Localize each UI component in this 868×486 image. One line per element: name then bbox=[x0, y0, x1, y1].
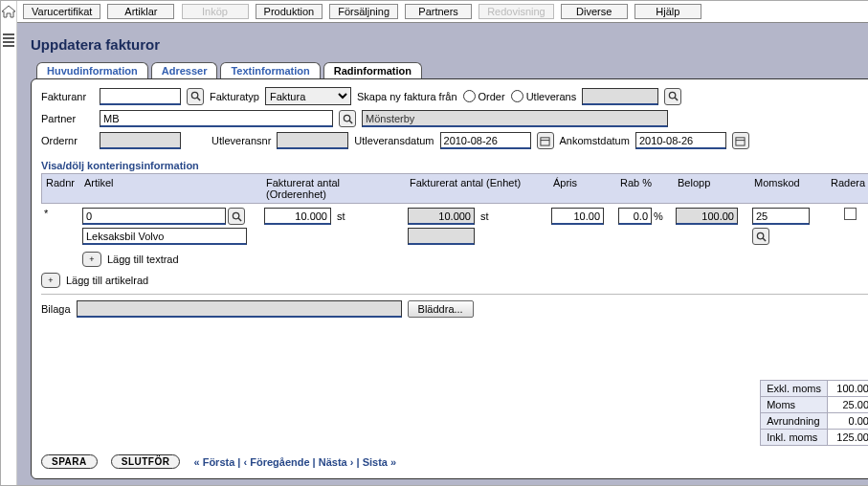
moms-label: Moms bbox=[761, 397, 828, 413]
tab-radinformation[interactable]: Radinformation bbox=[323, 62, 422, 78]
unit-enhet: st bbox=[480, 210, 489, 222]
ankomstdatum-input[interactable] bbox=[635, 132, 726, 149]
svg-line-3 bbox=[675, 98, 678, 100]
artikel-name-input[interactable] bbox=[82, 228, 247, 245]
row-radnr: * bbox=[41, 208, 79, 219]
utleveransdatum-label: Utleveransdatum bbox=[354, 135, 434, 146]
artikel-lookup-icon[interactable] bbox=[228, 208, 245, 225]
col-artikel: Artikel bbox=[80, 174, 262, 203]
fakt-order-input[interactable] bbox=[264, 208, 331, 225]
fakt-enhet-input bbox=[408, 208, 475, 225]
fakturanr-lookup-icon[interactable] bbox=[187, 88, 204, 105]
svg-point-2 bbox=[669, 92, 675, 98]
menu-forsaljning[interactable]: Försäljning bbox=[329, 4, 398, 19]
ankomstdatum-calendar-icon[interactable] bbox=[732, 132, 749, 149]
svg-point-0 bbox=[191, 92, 197, 98]
menu-toggle-icon[interactable] bbox=[3, 32, 14, 49]
radera-checkbox[interactable] bbox=[844, 208, 857, 220]
partner-name bbox=[362, 110, 668, 127]
partner-lookup-icon[interactable] bbox=[339, 110, 356, 127]
svg-line-13 bbox=[763, 238, 766, 241]
nav-first[interactable]: « Första bbox=[193, 456, 234, 468]
bilaga-label: Bilaga bbox=[41, 303, 71, 315]
ankomstdatum-label: Ankomstdatum bbox=[560, 135, 630, 146]
tab-adresser[interactable]: Adresser bbox=[151, 62, 218, 78]
add-artikelrad-icon[interactable]: + bbox=[41, 273, 60, 288]
nav-prev[interactable]: ‹ Föregående bbox=[243, 456, 309, 468]
radio-order-label: Order bbox=[479, 91, 505, 102]
browse-button[interactable]: Bläddra... bbox=[408, 300, 474, 318]
momskod-input[interactable] bbox=[752, 208, 810, 225]
finish-button[interactable]: SLUTFÖR bbox=[111, 454, 181, 469]
radio-utlev-label: Utleverans bbox=[526, 91, 577, 102]
menu-hjalp[interactable]: Hjälp bbox=[634, 4, 701, 19]
utleveransnr-input[interactable] bbox=[277, 132, 348, 149]
col-radera: Radera bbox=[827, 174, 868, 203]
utlev-ref-lookup-icon[interactable] bbox=[664, 88, 681, 105]
utlev-ref-input[interactable] bbox=[582, 88, 658, 105]
totals-table: Exkl. moms100.00 Moms25.00 Avrundning0.0… bbox=[760, 380, 868, 446]
rab-unit: % bbox=[654, 210, 663, 222]
fakturatyp-select[interactable]: Faktura bbox=[265, 87, 351, 105]
col-belopp: Belopp bbox=[674, 174, 750, 203]
svg-point-4 bbox=[344, 115, 349, 121]
add-textrad-label[interactable]: Lägg till textrad bbox=[107, 254, 179, 265]
tab-textinformation[interactable]: Textinformation bbox=[220, 62, 320, 78]
exkl-value: 100.00 bbox=[828, 381, 869, 397]
utleveransdatum-input[interactable] bbox=[440, 132, 531, 149]
fakturatyp-label: Fakturatyp bbox=[210, 91, 259, 102]
apris-input[interactable] bbox=[551, 208, 604, 225]
radio-utleverans[interactable]: Utleverans bbox=[511, 90, 577, 102]
momskod-lookup-icon[interactable] bbox=[752, 228, 769, 245]
add-artikelrad-label[interactable]: Lägg till artikelrad bbox=[66, 275, 148, 286]
menu-diverse[interactable]: Diverse bbox=[561, 4, 628, 19]
inkl-value: 125.00 bbox=[828, 430, 869, 446]
svg-line-1 bbox=[197, 98, 200, 100]
svg-rect-8 bbox=[736, 137, 745, 144]
svg-line-11 bbox=[238, 218, 241, 221]
add-textrad-icon[interactable]: + bbox=[82, 252, 101, 267]
save-button[interactable]: SPARA bbox=[41, 454, 98, 469]
rab-input[interactable] bbox=[618, 208, 652, 225]
col-rab: Rab % bbox=[616, 174, 674, 203]
avr-label: Avrundning bbox=[761, 413, 828, 430]
svg-rect-6 bbox=[541, 137, 549, 144]
artikel-code-input[interactable] bbox=[82, 208, 226, 225]
col-apris: Ápris bbox=[549, 174, 616, 203]
col-fakt-enhet: Fakturerat antal (Enhet) bbox=[406, 174, 549, 203]
nav-last[interactable]: Sista » bbox=[363, 456, 396, 468]
belopp-input bbox=[676, 208, 738, 225]
ordernr-input[interactable] bbox=[100, 132, 181, 149]
col-momskod: Momskod bbox=[750, 174, 827, 203]
table-row: * + Lägg till textrad bbox=[41, 204, 868, 267]
fakturanr-input[interactable] bbox=[100, 88, 181, 105]
home-icon[interactable] bbox=[1, 5, 16, 18]
utleveransnr-label: Utleveransnr bbox=[211, 135, 271, 146]
skapa-label: Skapa ny faktura från bbox=[357, 91, 457, 102]
fakturanr-label: Fakturanr bbox=[41, 91, 94, 102]
menu-inkop: Inköp bbox=[182, 4, 249, 19]
menu-artiklar[interactable]: Artiklar bbox=[107, 4, 174, 19]
kontering-toggle[interactable]: Visa/dölj konteringsinformation bbox=[41, 160, 868, 171]
radio-order[interactable]: Order bbox=[463, 90, 505, 102]
svg-point-10 bbox=[233, 212, 238, 218]
col-radnr: Radnr bbox=[42, 174, 80, 203]
fakt-enhet-extra bbox=[408, 228, 475, 245]
menu-partners[interactable]: Partners bbox=[405, 4, 472, 19]
partner-label: Partner bbox=[41, 113, 94, 124]
menu-redovisning: Redovisning bbox=[479, 4, 554, 19]
tab-huvudinformation[interactable]: Huvudinformation bbox=[36, 62, 148, 78]
menu-varucertifikat[interactable]: Varucertifikat bbox=[23, 4, 100, 19]
menu-produktion[interactable]: Produktion bbox=[256, 4, 323, 19]
bilaga-input[interactable] bbox=[77, 300, 402, 318]
exkl-label: Exkl. moms bbox=[761, 381, 828, 397]
page-title: Uppdatera fakturor bbox=[31, 36, 868, 53]
utleveransdatum-calendar-icon[interactable] bbox=[537, 132, 554, 149]
nav-next[interactable]: Nästa › bbox=[319, 456, 354, 468]
ordernr-label: Ordernr bbox=[41, 135, 94, 146]
partner-input[interactable] bbox=[100, 110, 333, 127]
main-menu: Varucertifikat Artiklar Inköp Produktion… bbox=[17, 1, 868, 23]
svg-line-5 bbox=[349, 121, 352, 123]
grid-header: Radnr Artikel Fakturerat antal (Orderenh… bbox=[41, 173, 868, 204]
svg-point-12 bbox=[757, 232, 763, 238]
